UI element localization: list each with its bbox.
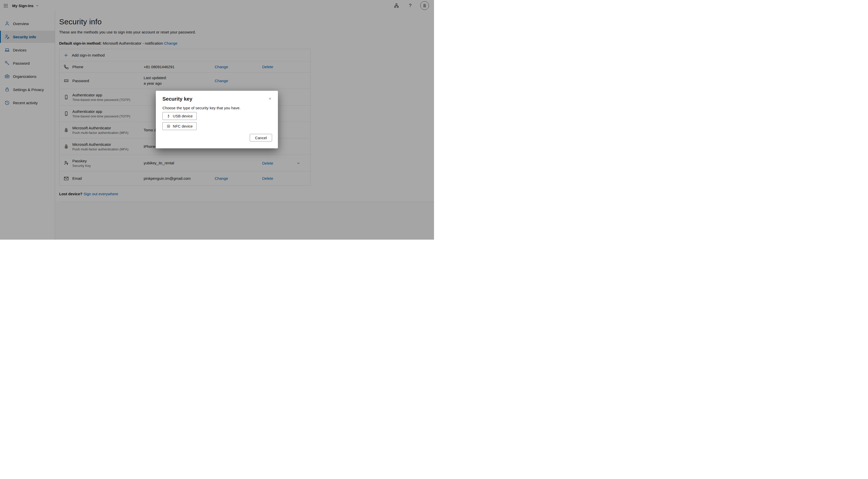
security-key-dialog: Security key Choose the type of security… bbox=[156, 91, 278, 148]
dialog-title: Security key bbox=[162, 96, 271, 102]
x-icon bbox=[268, 97, 272, 101]
cancel-button[interactable]: Cancel bbox=[250, 134, 272, 141]
usb-key-icon bbox=[166, 114, 170, 118]
dialog-close-button[interactable] bbox=[267, 95, 274, 102]
cancel-label: Cancel bbox=[255, 136, 267, 140]
usb-device-label: USB device bbox=[173, 114, 193, 118]
usb-device-button[interactable]: USB device bbox=[162, 112, 197, 120]
nfc-icon bbox=[166, 124, 170, 128]
nfc-device-button[interactable]: NFC device bbox=[162, 122, 197, 130]
dialog-description: Choose the type of security key that you… bbox=[162, 106, 271, 110]
nfc-device-label: NFC device bbox=[173, 124, 193, 128]
